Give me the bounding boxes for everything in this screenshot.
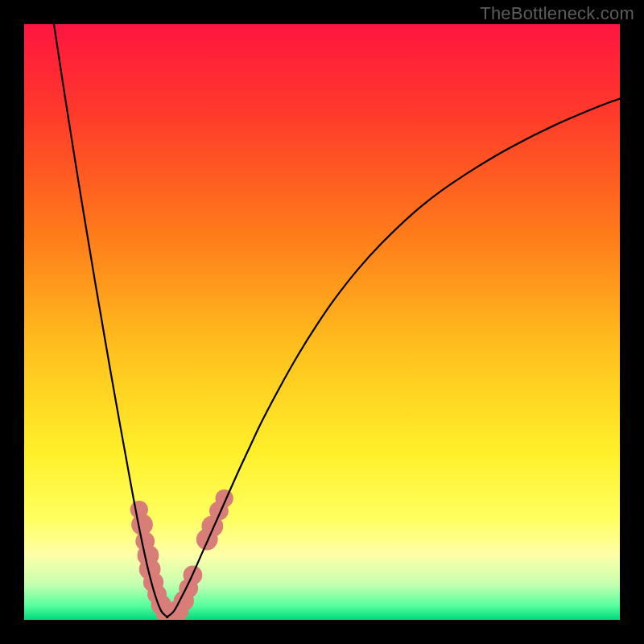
watermark-text: TheBottleneck.com xyxy=(480,3,634,24)
chart-svg xyxy=(24,24,620,620)
data-marker xyxy=(131,514,153,535)
gradient-background xyxy=(24,24,620,620)
plot-area xyxy=(24,24,620,620)
outer-frame: TheBottleneck.com xyxy=(0,0,644,644)
